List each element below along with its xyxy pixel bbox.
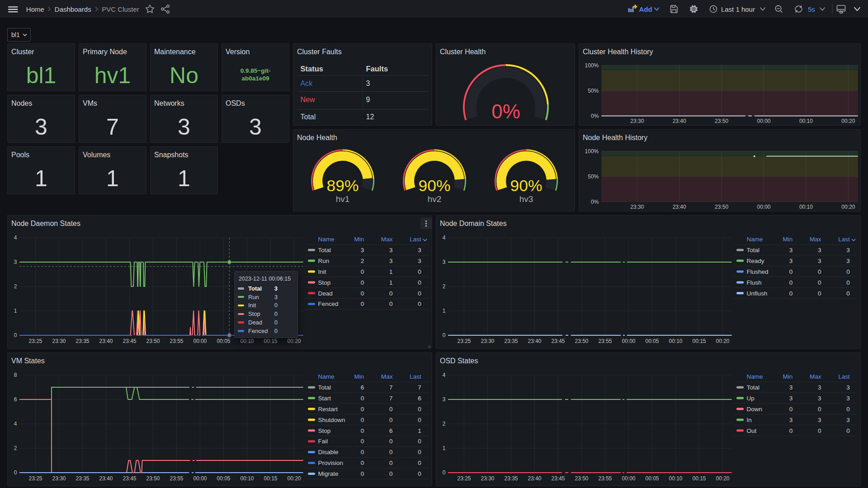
svg-text:In: In <box>747 417 752 423</box>
svg-text:1: 1 <box>14 308 17 314</box>
svg-text:Stop: Stop <box>318 279 331 286</box>
svg-text:00:15: 00:15 <box>692 475 706 482</box>
svg-text:Last: Last <box>410 373 421 380</box>
svg-text:00:00: 00:00 <box>622 338 635 344</box>
svg-text:23:50: 23:50 <box>715 118 728 124</box>
svg-text:Min: Min <box>783 236 793 243</box>
svg-text:0: 0 <box>418 406 421 413</box>
svg-text:23:25: 23:25 <box>28 475 42 482</box>
svg-text:7: 7 <box>389 395 393 402</box>
svg-text:Run: Run <box>318 258 330 264</box>
svg-text:hv1: hv1 <box>336 194 350 204</box>
svg-text:23:50: 23:50 <box>146 338 160 344</box>
svg-text:Provision: Provision <box>318 460 344 466</box>
svg-text:23:55: 23:55 <box>170 338 183 344</box>
svg-text:7: 7 <box>389 384 393 391</box>
svg-text:23:35: 23:35 <box>504 338 518 344</box>
svg-text:00:00: 00:00 <box>757 204 770 210</box>
svg-text:89%: 89% <box>326 177 359 195</box>
svg-text:0: 0 <box>789 290 793 297</box>
svg-text:0: 0 <box>361 290 364 297</box>
svg-text:0: 0 <box>418 449 421 455</box>
svg-text:Min: Min <box>354 373 364 380</box>
svg-text:3: 3 <box>789 258 793 264</box>
svg-text:3: 3 <box>818 258 821 264</box>
svg-text:hv3: hv3 <box>519 194 533 204</box>
svg-text:0: 0 <box>789 279 793 286</box>
svg-text:4: 4 <box>443 235 446 241</box>
svg-text:Stop: Stop <box>318 427 331 434</box>
svg-text:3: 3 <box>389 258 393 264</box>
svg-text:23:30: 23:30 <box>52 338 66 344</box>
svg-text:0: 0 <box>846 290 850 297</box>
svg-text:50%: 50% <box>588 88 599 94</box>
svg-text:3: 3 <box>846 417 850 423</box>
svg-text:Unflush: Unflush <box>747 290 768 297</box>
svg-text:00:10: 00:10 <box>240 475 254 482</box>
svg-text:Dead: Dead <box>318 290 333 297</box>
svg-text:6: 6 <box>14 396 17 403</box>
svg-text:Up: Up <box>747 395 755 402</box>
svg-text:Start: Start <box>318 395 331 402</box>
svg-text:2: 2 <box>14 445 17 451</box>
svg-text:0: 0 <box>418 460 421 466</box>
svg-text:7: 7 <box>418 384 421 391</box>
svg-text:00:00: 00:00 <box>622 475 635 482</box>
svg-text:0: 0 <box>361 406 364 413</box>
svg-text:0: 0 <box>14 332 17 338</box>
svg-text:Ack: Ack <box>301 80 313 87</box>
svg-text:Total: Total <box>747 247 760 253</box>
svg-text:3: 3 <box>389 247 393 253</box>
svg-text:23:45: 23:45 <box>551 475 565 482</box>
svg-text:90%: 90% <box>418 177 450 195</box>
svg-text:Total: Total <box>318 247 331 253</box>
svg-text:Total: Total <box>747 384 760 391</box>
svg-text:23:25: 23:25 <box>457 338 471 344</box>
svg-text:3: 3 <box>418 247 421 253</box>
svg-text:0: 0 <box>789 268 793 275</box>
svg-text:0: 0 <box>789 406 793 413</box>
svg-text:0: 0 <box>389 290 393 297</box>
svg-text:23:45: 23:45 <box>123 475 136 482</box>
svg-text:00:10: 00:10 <box>240 338 254 344</box>
svg-text:23:50: 23:50 <box>715 204 728 210</box>
svg-text:0: 0 <box>361 460 364 466</box>
svg-text:00:00: 00:00 <box>193 475 207 482</box>
svg-text:23:40: 23:40 <box>673 204 686 210</box>
svg-text:23:45: 23:45 <box>123 338 136 344</box>
svg-text:0: 0 <box>389 460 393 466</box>
svg-text:3: 3 <box>846 258 850 264</box>
svg-text:00:10: 00:10 <box>669 475 682 482</box>
svg-text:0: 0 <box>389 470 393 477</box>
svg-text:1: 1 <box>389 279 393 286</box>
svg-text:23:25: 23:25 <box>457 475 471 482</box>
svg-text:6: 6 <box>389 427 393 434</box>
svg-text:3: 3 <box>846 384 850 391</box>
svg-text:Out: Out <box>747 427 757 434</box>
svg-text:0: 0 <box>818 406 821 413</box>
svg-text:00:00: 00:00 <box>757 118 770 124</box>
svg-text:Last: Last <box>410 236 421 243</box>
svg-text:9: 9 <box>366 96 370 103</box>
svg-text:Total: Total <box>301 113 316 121</box>
svg-text:0%: 0% <box>591 199 599 205</box>
svg-text:23:40: 23:40 <box>99 338 113 344</box>
svg-text:Dashboards: Dashboards <box>55 5 91 13</box>
svg-text:100%: 100% <box>585 148 599 155</box>
svg-text:3: 3 <box>14 259 17 265</box>
svg-text:0: 0 <box>443 469 446 476</box>
svg-text:6: 6 <box>361 384 364 391</box>
svg-text:3: 3 <box>443 396 446 403</box>
svg-text:3: 3 <box>789 417 793 423</box>
svg-text:00:20: 00:20 <box>841 204 855 210</box>
svg-text:Init: Init <box>318 268 326 275</box>
svg-text:23:40: 23:40 <box>673 118 686 124</box>
svg-text:hv2: hv2 <box>428 194 442 204</box>
svg-text:Min: Min <box>354 236 364 243</box>
svg-text:1: 1 <box>443 445 446 451</box>
svg-text:00:10: 00:10 <box>669 338 682 344</box>
svg-text:23:55: 23:55 <box>598 475 612 482</box>
svg-text:0%: 0% <box>491 100 520 122</box>
svg-text:Flush: Flush <box>747 279 762 286</box>
svg-text:Max: Max <box>381 373 393 380</box>
